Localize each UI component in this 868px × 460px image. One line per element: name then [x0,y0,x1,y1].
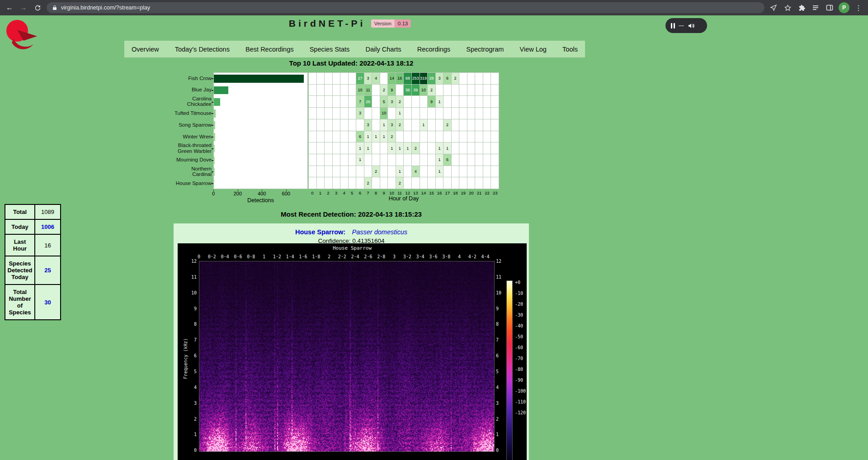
db-scale-tick: -10 [515,291,523,296]
heatmap-cell [420,166,428,177]
stats-value[interactable]: 30 [35,285,61,320]
reading-list-icon[interactable] [811,3,821,13]
heatmap-cell [349,131,356,142]
detections-bar [214,156,215,165]
spectrogram-time-tick: 2·6 [364,254,372,259]
heatmap-cell [467,119,475,131]
hour-axis-tick: 3 [335,190,337,195]
heatmap-cell: 6 [443,154,451,166]
heatmap-cell [317,154,325,166]
heatmap-cell: 2 [428,85,435,96]
nav-item-recordings[interactable]: Recordings [417,46,450,53]
nav-item-view-log[interactable]: View Log [520,46,547,53]
heatmap-cell [364,166,372,177]
nav-item-daily-charts[interactable]: Daily Charts [366,46,401,53]
heatmap-cell: 2 [452,73,459,84]
heatmap-cell [309,85,316,96]
nav-item-tools[interactable]: Tools [562,46,578,53]
heatmap-cell [452,119,459,131]
back-icon[interactable]: ← [5,3,14,13]
heatmap-cell: 3 [388,119,396,131]
heatmap-cell: 68 [404,73,411,84]
species-label: Black-throated Green Warbler [174,142,212,154]
spectrogram-freq-tick: 5 [179,369,197,374]
heatmap-cell [475,166,483,177]
nav-item-today-s-detections[interactable]: Today's Detections [175,46,230,53]
heatmap-cell [317,142,325,154]
detected-species-name[interactable]: House Sparrow: [295,228,345,236]
nav-item-overview[interactable]: Overview [132,46,159,53]
stats-label: Total Number of Species [5,285,35,320]
heatmap-cell [412,96,420,107]
heatmap-cell [483,73,491,84]
volume-icon[interactable] [688,22,695,29]
address-bar[interactable]: virginia.birdnetpi.com/?stream=play [47,2,764,13]
menu-kebab-icon[interactable]: ⋮ [854,3,863,13]
lock-icon [52,5,57,10]
heatmap-cell [388,154,396,166]
spectrogram-freq-tick-right: 0 [496,448,499,453]
stats-label: Species Detected Today [5,256,35,285]
heatmap-cell [388,108,396,119]
audio-player[interactable] [665,18,707,33]
species-label: Northern Cardinal [174,166,212,177]
spectrogram-time-tick: 0·8 [247,254,255,259]
heatmap-cell [380,142,388,154]
spectrogram-time-tick: 3·8 [442,254,450,259]
nav-item-species-stats[interactable]: Species Stats [310,46,350,53]
heatmap-cell [467,177,475,189]
heatmap-cell [459,154,467,166]
list-glyph [812,4,819,11]
nav-item-best-recordings[interactable]: Best Recordings [245,46,293,53]
heatmap-cell [436,131,443,142]
db-colorbar [506,280,513,460]
heatmap-cell [491,166,499,177]
pause-icon[interactable] [671,23,675,28]
heatmap-cell [467,108,475,119]
spectrogram-time-tick: 3·2 [403,254,411,259]
nav-item-spectrogram[interactable]: Spectrogram [466,46,504,53]
heatmap-cell [475,131,483,142]
side-panel-icon[interactable] [825,3,835,13]
birdnetpi-page: BirdNET-Pi Version 0.13 OverviewToday's … [0,15,868,460]
heatmap-cell [309,96,316,107]
heatmap-cell [483,131,491,142]
species-label: Blue Jay [174,84,212,96]
bar-axis-tickmark [238,190,238,191]
heatmap-cell: 1 [380,119,388,131]
profile-avatar[interactable]: P [839,2,849,13]
heatmap-cell [333,73,340,84]
heatmap-cell [420,154,428,166]
heatmap-cell [404,177,411,189]
reload-icon[interactable] [33,3,42,13]
heatmap-cell [349,166,356,177]
heatmap-cell: 27 [356,73,364,84]
species-label: Mourning Dove [174,154,212,166]
spectrogram-freq-tick-right: 11 [496,275,501,280]
db-scale-tick: -30 [515,313,523,318]
hour-axis-tick: 21 [477,190,482,195]
heatmap-cell [459,142,467,154]
detected-species-scientific: Passer domesticus [352,228,408,236]
stats-value[interactable]: 1006 [35,219,61,234]
heatmap-cell [380,177,388,189]
spectrogram-box: House Sparrow Frequency (kHz) 00·20·40·6… [178,243,527,460]
send-icon[interactable] [769,3,778,13]
heatmap-cell [325,166,332,177]
detection-panel: House Sparrow: Passer domesticus Confide… [174,223,529,460]
db-scale-tick: -80 [515,367,523,372]
bar-axis-label: Detections [247,197,274,204]
heatmap-cell [475,177,483,189]
stats-value[interactable]: 25 [35,256,61,285]
heatmap-cell: 1 [364,142,372,154]
heatmap-cell [317,119,325,131]
bookmark-star-icon[interactable] [783,3,793,13]
version-label: Version [371,19,394,28]
stats-row: Today1006 [5,219,61,234]
species-label: Carolina Chickadee [174,96,212,108]
heatmap-cell [428,142,435,154]
seek-bar[interactable] [679,25,684,26]
heatmap-cell: 2 [396,96,404,107]
extensions-puzzle-icon[interactable] [797,3,807,13]
forward-icon[interactable]: → [19,3,28,13]
